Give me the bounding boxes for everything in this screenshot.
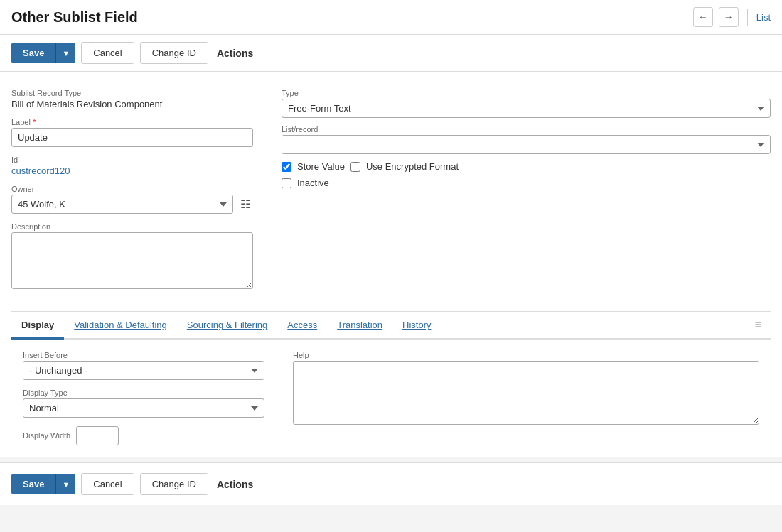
nav-divider [747, 9, 748, 26]
bottom-actions-menu[interactable]: Actions [217, 479, 253, 490]
main-content: Sublist Record Type Bill of Materials Re… [0, 72, 782, 457]
tabs-section: Display Validation & Defaulting Sourcing… [11, 311, 771, 457]
save-dropdown-button[interactable]: ▼ [55, 43, 75, 63]
form-section: Sublist Record Type Bill of Materials Re… [11, 83, 771, 311]
label-group: Label [11, 118, 253, 147]
display-width-row: Display Width [23, 426, 264, 445]
store-value-row: Store Value Use Encrypted Format [282, 161, 771, 172]
prev-button[interactable]: ← [693, 7, 713, 27]
description-textarea[interactable] [11, 232, 253, 289]
description-group: Description [11, 222, 253, 291]
id-value[interactable]: custrecord120 [11, 165, 253, 176]
tabs-menu-icon[interactable]: ≡ [746, 312, 771, 338]
insert-before-select[interactable]: - Unchanged - [23, 361, 264, 380]
sublist-record-type-group: Sublist Record Type Bill of Materials Re… [11, 89, 253, 109]
listrecord-label: List/record [282, 125, 771, 134]
bottom-save-button[interactable]: Save [11, 474, 55, 494]
inactive-checkbox[interactable] [282, 178, 291, 188]
bottom-cancel-button[interactable]: Cancel [81, 473, 134, 495]
use-encrypted-checkbox[interactable] [350, 162, 360, 172]
tab-display[interactable]: Display [11, 313, 64, 340]
bottom-save-dropdown-button[interactable]: ▼ [55, 474, 75, 494]
owner-label: Owner [11, 185, 253, 193]
help-label: Help [293, 351, 759, 359]
save-button[interactable]: Save [11, 43, 55, 63]
next-button[interactable]: → [719, 7, 739, 27]
tabs-bar: Display Validation & Defaulting Sourcing… [11, 312, 771, 340]
display-width-label: Display Width [23, 431, 70, 440]
use-encrypted-label[interactable]: Use Encrypted Format [366, 161, 459, 172]
cancel-button[interactable]: Cancel [81, 42, 134, 64]
sublist-record-type-value: Bill of Materials Revision Component [11, 99, 253, 109]
bottom-change-id-button[interactable]: Change ID [140, 473, 208, 495]
tab-validation[interactable]: Validation & Defaulting [64, 313, 177, 339]
display-type-select[interactable]: Normal Inline Text Hidden Disabled [23, 398, 264, 418]
insert-before-label: Insert Before [23, 351, 264, 359]
listrecord-group: List/record [282, 125, 771, 154]
tab-access[interactable]: Access [277, 313, 327, 339]
tab-form-right: Help [293, 351, 759, 445]
owner-select[interactable]: 45 Wolfe, K [11, 195, 233, 214]
tab-history[interactable]: History [392, 313, 441, 339]
tab-translation[interactable]: Translation [327, 313, 392, 339]
top-toolbar: Save ▼ Cancel Change ID Actions [0, 35, 782, 72]
owner-group: Owner 45 Wolfe, K ☷ [11, 185, 253, 214]
listrecord-select[interactable] [282, 135, 771, 154]
bottom-toolbar: Save ▼ Cancel Change ID Actions [0, 462, 782, 505]
store-value-label[interactable]: Store Value [297, 161, 345, 172]
display-width-input[interactable] [76, 426, 119, 445]
description-label: Description [11, 222, 253, 231]
form-left: Sublist Record Type Bill of Materials Re… [11, 89, 253, 300]
id-group: Id custrecord120 [11, 156, 253, 176]
display-type-group: Display Type Normal Inline Text Hidden D… [23, 389, 264, 418]
owner-list-icon-button[interactable]: ☷ [237, 196, 253, 212]
owner-select-wrap: 45 Wolfe, K [11, 195, 233, 214]
inactive-row: Inactive [282, 178, 771, 188]
tab-content-display: Insert Before - Unchanged - Display Type… [11, 340, 771, 457]
help-textarea[interactable] [293, 361, 759, 425]
bottom-save-button-group: Save ▼ [11, 474, 75, 494]
inactive-label[interactable]: Inactive [297, 178, 329, 188]
type-select[interactable]: Free-Form Text Integer Number Decimal Nu… [282, 99, 771, 118]
list-link[interactable]: List [756, 12, 771, 23]
page-title: Other Sublist Field [11, 9, 138, 26]
id-label: Id [11, 156, 253, 164]
sublist-record-type-label: Sublist Record Type [11, 89, 253, 97]
insert-before-group: Insert Before - Unchanged - [23, 351, 264, 380]
type-group: Type Free-Form Text Integer Number Decim… [282, 89, 771, 118]
actions-menu[interactable]: Actions [217, 48, 253, 59]
label-input[interactable] [11, 128, 253, 147]
change-id-button[interactable]: Change ID [140, 42, 208, 64]
tab-sourcing[interactable]: Sourcing & Filtering [177, 313, 277, 339]
save-button-group: Save ▼ [11, 43, 75, 63]
tab-form-row: Insert Before - Unchanged - Display Type… [23, 351, 759, 445]
label-field-label: Label [11, 118, 253, 126]
header-nav: ← → List [693, 7, 771, 27]
form-right: Type Free-Form Text Integer Number Decim… [282, 89, 771, 300]
display-type-label: Display Type [23, 389, 264, 397]
store-value-checkbox[interactable] [282, 162, 291, 172]
tab-form-left: Insert Before - Unchanged - Display Type… [23, 351, 264, 445]
type-label: Type [282, 89, 771, 97]
owner-row: 45 Wolfe, K ☷ [11, 195, 253, 214]
page-header: Other Sublist Field ← → List [0, 0, 782, 35]
